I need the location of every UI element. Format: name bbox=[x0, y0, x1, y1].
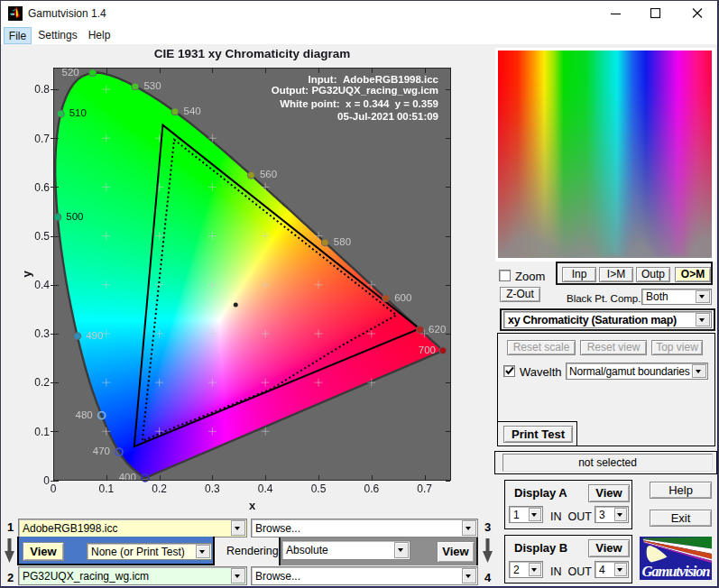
svg-text:Gamutvision: Gamutvision bbox=[642, 563, 711, 580]
